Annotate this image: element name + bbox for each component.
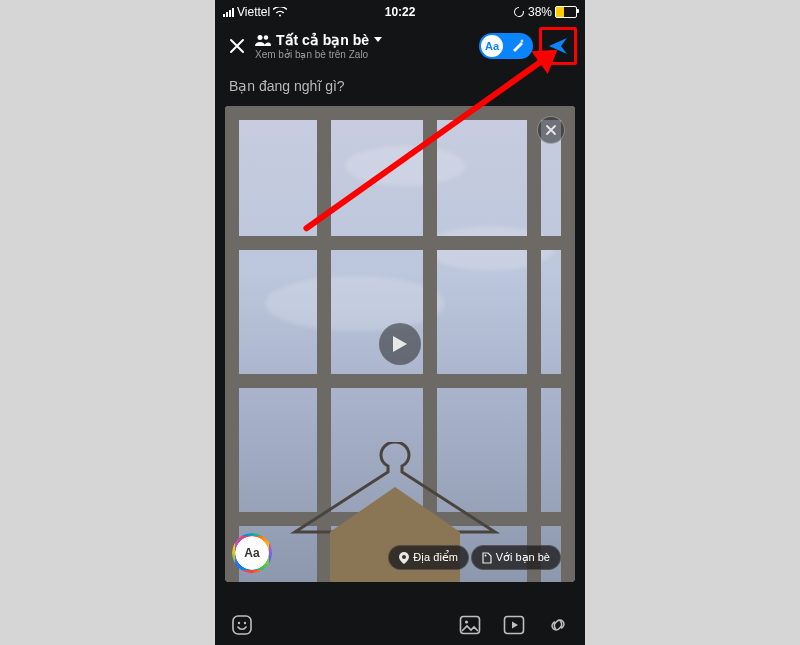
carrier-label: Viettel [237,5,270,19]
svg-point-4 [238,622,240,624]
wifi-icon [273,7,287,17]
compose-placeholder[interactable]: Bạn đang nghĩ gì? [215,68,585,104]
sticker-button[interactable] [229,612,255,638]
style-picker-button[interactable]: Aa [235,536,269,570]
text-mode-toggle[interactable]: Aa [479,33,533,59]
media-preview: Aa Địa điểm Với bạn bè [225,106,575,582]
status-bar: Viettel 10:22 38% [215,0,585,24]
link-button[interactable] [545,612,571,638]
toggle-aa-label: Aa [481,35,503,57]
battery-icon [555,6,577,18]
app-screen: Viettel 10:22 38% Tất cả bạn bè Xem bởi … [215,0,585,645]
close-button[interactable] [223,32,251,60]
clock-label: 10:22 [385,5,416,19]
battery-pct: 38% [528,5,552,19]
image-button[interactable] [457,612,483,638]
play-button[interactable] [379,323,421,365]
wand-icon [511,38,525,52]
send-button[interactable] [544,32,572,60]
header: Tất cả bạn bè Xem bởi bạn bè trên Zalo A… [215,24,585,68]
tag-icon [482,552,492,564]
bottom-toolbar [215,605,585,645]
svg-point-1 [264,35,268,39]
audience-selector[interactable]: Tất cả bạn bè Xem bởi bạn bè trên Zalo [251,32,479,60]
svg-rect-3 [233,616,251,634]
send-highlight [539,27,577,65]
pin-icon [399,552,409,564]
audience-title: Tất cả bạn bè [276,32,369,48]
video-button[interactable] [501,612,527,638]
svg-rect-6 [461,617,480,634]
svg-point-5 [244,622,246,624]
remove-media-button[interactable] [537,116,565,144]
svg-point-7 [465,620,468,623]
svg-point-0 [258,35,263,40]
caret-down-icon [374,37,382,43]
loading-icon [513,6,525,18]
signal-icon [223,8,234,17]
svg-point-2 [484,554,486,556]
people-icon [255,34,271,46]
tag-friends-chip[interactable]: Với bạn bè [471,545,561,570]
location-chip[interactable]: Địa điểm [388,545,469,570]
audience-subtitle: Xem bởi bạn bè trên Zalo [255,49,479,60]
